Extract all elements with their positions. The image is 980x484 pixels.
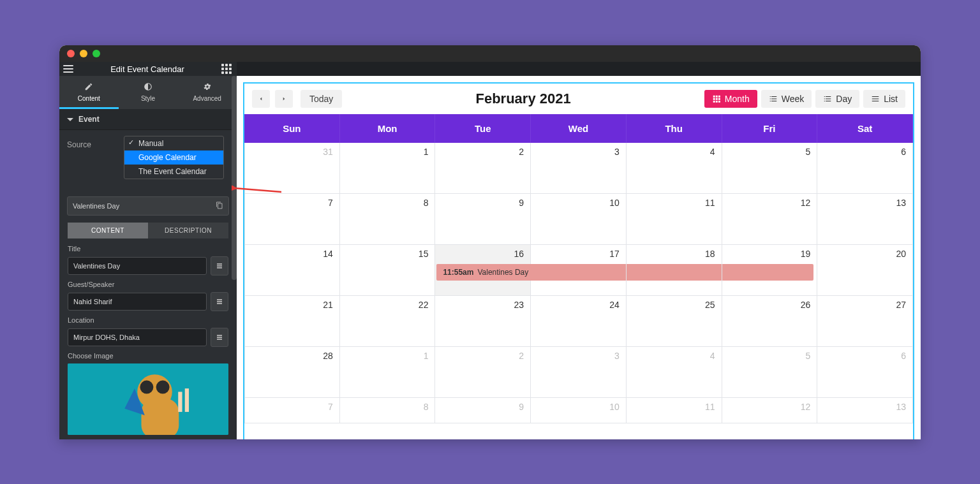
calendar-cell[interactable]: 17: [531, 245, 627, 296]
view-week-button[interactable]: Week: [761, 90, 812, 108]
calendar-cell[interactable]: 28: [244, 347, 340, 398]
image-chooser[interactable]: [68, 363, 228, 435]
calendar-widget: Today February 2021 Month Week: [243, 82, 914, 439]
calendar-cell[interactable]: 9: [435, 194, 531, 245]
date-number: 6: [901, 351, 906, 361]
calendar-cell[interactable]: 6: [817, 347, 913, 398]
zoom-dot[interactable]: [93, 50, 100, 57]
calendar-cell[interactable]: 9: [435, 398, 531, 423]
panel-scrollbar[interactable]: [232, 76, 237, 280]
calendar-cell[interactable]: 18: [627, 245, 722, 296]
calendar-cell[interactable]: 21: [244, 296, 340, 347]
calendar-cell[interactable]: 12: [722, 398, 818, 423]
editor-title: Edit Event Calendar: [110, 64, 184, 74]
inner-tabs: CONTENT DESCRIPTION: [68, 223, 228, 238]
calendar-cell[interactable]: 19: [722, 245, 818, 296]
date-number: 12: [801, 402, 811, 412]
calendar-title: February 2021: [475, 91, 570, 107]
view-month-button[interactable]: Month: [704, 90, 757, 108]
apps-grid-icon[interactable]: [221, 64, 232, 74]
prev-button[interactable]: [252, 90, 270, 108]
view-day-button[interactable]: Day: [815, 90, 859, 108]
svg-point-3: [140, 381, 153, 394]
dynamic-icon[interactable]: [211, 292, 228, 311]
date-number: 13: [896, 402, 906, 412]
tab-content[interactable]: Content: [59, 76, 119, 109]
calendar-cell[interactable]: 25: [627, 296, 722, 347]
calendar-cell[interactable]: 23: [435, 296, 531, 347]
source-dropdown[interactable]: Manual Google Calendar The Event Calenda…: [124, 136, 223, 170]
date-number: 6: [901, 147, 906, 157]
calendar-cell[interactable]: 1611:55am Valentines Day: [435, 245, 531, 296]
calendar-cell[interactable]: 20: [817, 245, 913, 296]
list-icon: [871, 94, 880, 103]
pencil-icon: [84, 82, 93, 91]
source-option-tec[interactable]: The Event Calendar: [124, 165, 223, 179]
calendar-cell[interactable]: 24: [531, 296, 627, 347]
calendar-cell[interactable]: 8: [340, 194, 436, 245]
date-number: 19: [801, 249, 811, 259]
source-dropdown-list: Manual Google Calendar The Event Calenda…: [124, 136, 224, 179]
repeater-item[interactable]: Valentines Day: [67, 196, 229, 216]
calendar-cell[interactable]: 22: [340, 296, 436, 347]
date-number: 1: [424, 147, 429, 157]
calendar-day-header: SunMonTueWedThuFriSat: [244, 114, 913, 143]
guest-input[interactable]: [68, 293, 207, 311]
calendar-cell[interactable]: 27: [817, 296, 913, 347]
calendar-cell[interactable]: 13: [817, 398, 913, 423]
date-number: 26: [801, 300, 811, 310]
calendar-cell[interactable]: 5: [722, 347, 818, 398]
calendar-cell[interactable]: 10: [531, 194, 627, 245]
close-dot[interactable]: [67, 50, 75, 57]
calendar-cell[interactable]: 1: [340, 143, 436, 194]
date-number: 14: [323, 249, 333, 259]
title-label: Title: [68, 245, 228, 253]
calendar-cell[interactable]: 3: [531, 143, 627, 194]
calendar-cell[interactable]: 1: [340, 347, 436, 398]
inner-tab-description[interactable]: DESCRIPTION: [148, 223, 228, 238]
copy-icon[interactable]: [216, 202, 223, 210]
editor-header: Edit Event Calendar: [59, 62, 237, 76]
calendar-cell[interactable]: 3: [531, 347, 627, 398]
day-header: Thu: [627, 114, 722, 143]
section-event[interactable]: Event: [59, 109, 237, 130]
dynamic-icon[interactable]: [211, 328, 228, 347]
calendar-cell[interactable]: 8: [340, 398, 436, 423]
calendar-cell[interactable]: 7: [244, 194, 340, 245]
source-option-google[interactable]: Google Calendar: [124, 150, 223, 165]
tab-style[interactable]: Style: [119, 76, 178, 109]
calendar-cell[interactable]: 14: [244, 245, 340, 296]
calendar-cell[interactable]: 12: [722, 194, 818, 245]
calendar-cell[interactable]: 2: [435, 347, 531, 398]
tab-advanced[interactable]: Advanced: [177, 76, 237, 109]
calendar-cell[interactable]: 2: [435, 143, 531, 194]
calendar-cell[interactable]: 10: [531, 398, 627, 423]
calendar-cell[interactable]: 5: [722, 143, 818, 194]
hamburger-icon[interactable]: [63, 65, 73, 73]
calendar-cell[interactable]: 11: [627, 398, 722, 423]
day-header: Sat: [817, 114, 913, 143]
calendar-cell[interactable]: 4: [627, 347, 722, 398]
date-number: 16: [514, 249, 524, 259]
date-number: 17: [609, 249, 620, 259]
calendar-cell[interactable]: 6: [817, 143, 913, 194]
date-number: 5: [805, 351, 810, 361]
svg-rect-5: [178, 392, 182, 412]
next-button[interactable]: [275, 90, 293, 108]
title-input[interactable]: [68, 257, 207, 275]
calendar-cell[interactable]: 15: [340, 245, 436, 296]
calendar-cell[interactable]: 26: [722, 296, 818, 347]
dynamic-icon[interactable]: [211, 256, 228, 275]
date-number: 4: [710, 351, 715, 361]
today-button[interactable]: Today: [301, 90, 342, 108]
calendar-cell[interactable]: 13: [817, 194, 913, 245]
source-option-manual[interactable]: Manual: [124, 136, 223, 150]
location-input[interactable]: [68, 328, 207, 346]
calendar-cell[interactable]: 7: [244, 398, 340, 423]
calendar-cell[interactable]: 4: [627, 143, 722, 194]
calendar-cell[interactable]: 31: [244, 143, 340, 194]
calendar-cell[interactable]: 11: [627, 194, 722, 245]
inner-tab-content[interactable]: CONTENT: [68, 223, 148, 238]
view-list-button[interactable]: List: [863, 90, 905, 108]
minimize-dot[interactable]: [80, 50, 87, 57]
